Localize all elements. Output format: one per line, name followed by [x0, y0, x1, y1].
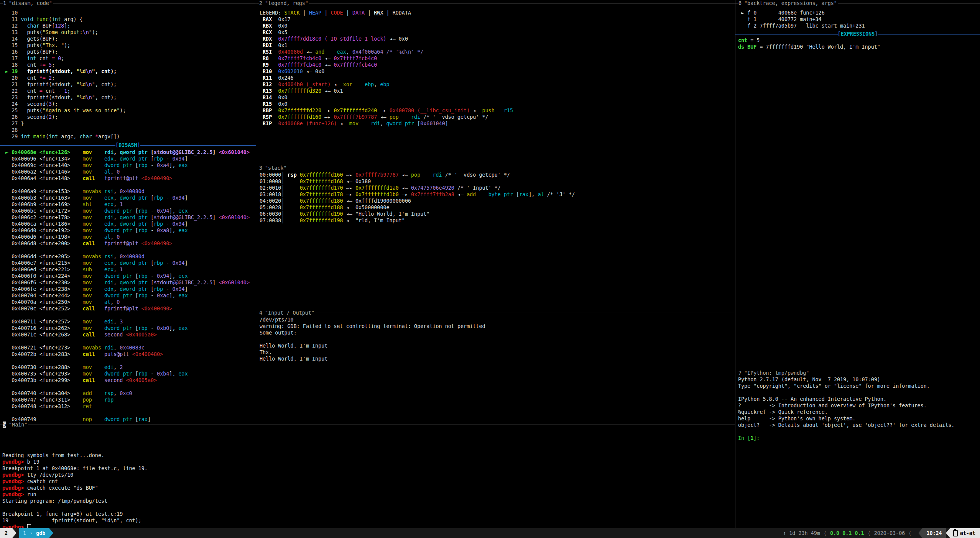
powerline-separator: [946, 528, 950, 538]
hostname: at-at: [960, 530, 975, 536]
backtrace-listing: ► f 0 40068e func+126 f 1 400772 main+34…: [738, 10, 865, 29]
tmux-terminal-screen: 1"disasm, code" 2"legend, regs" 6"backtr…: [0, 0, 980, 538]
divider-bracket: [: [838, 31, 841, 37]
battery-icon: [953, 530, 958, 536]
pane-title-disasm-code: 1"disasm, code": [0, 0, 256, 7]
load-average: 0.0 0.1 0.1: [830, 530, 864, 536]
hostname-segment: at-at: [950, 528, 980, 538]
pane-index: 2: [259, 0, 262, 7]
pane-title-text: "legend, regs": [265, 0, 308, 7]
vertical-pane-border-left[interactable]: [256, 0, 256, 422]
expressions-section-divider: [ EXPRESSIONS ]: [735, 31, 980, 37]
program-output: /dev/pts/10warning: GDB: Failed to set c…: [260, 317, 485, 362]
divider-label: EXPRESSIONS: [841, 31, 875, 37]
angle-separator-icon: ⟨: [905, 530, 915, 536]
vertical-pane-border-right[interactable]: [735, 0, 735, 528]
pane-title-text: "Input / Output": [265, 310, 314, 316]
session-number: 2: [5, 530, 8, 536]
pane-index: 3: [259, 165, 262, 171]
pane-title-legend-regs: 2"legend, regs": [256, 0, 735, 7]
pane-title-ipython: 7"IPython: tmp/pwndbg": [735, 370, 980, 376]
angle-separator-icon: ⟨: [864, 530, 874, 536]
divider-bracket: [: [115, 142, 118, 148]
angle-separator-icon: ⟨: [820, 530, 830, 536]
divider-bracket: ]: [875, 31, 878, 37]
status-right: ↑ 1d 23h 49m ⟨ 0.0 0.1 0.1 ⟨ 2020-03-06 …: [783, 528, 980, 538]
window-index: 1: [23, 530, 26, 536]
disassembly-listing: ► 0x40068e <func+126> mov rdi, qword ptr…: [2, 149, 250, 423]
gdb-console: Reading symbols from test...done.pwndbg>…: [2, 452, 148, 530]
divider-bracket: ]: [137, 142, 140, 148]
powerline-separator: [918, 528, 922, 538]
pane-index: 6: [738, 0, 742, 7]
pane-index: 1: [3, 0, 6, 7]
pane-title-text: "backtrace, expressions, args": [744, 0, 837, 7]
pane-title-text: "IPython: tmp/pwndbg": [744, 370, 809, 376]
uptime-indicator: ↑ 1d 23h 49m: [783, 530, 820, 536]
session-indicator[interactable]: 2: [0, 528, 12, 538]
date-display: 2020-03-06: [874, 530, 905, 536]
ipython-console: Python 2.7.17 (default, Nov 7 2019, 10:0…: [738, 376, 954, 441]
pane-title-text: "stack": [265, 165, 286, 171]
disasm-section-divider: [ DISASM ]: [0, 142, 256, 148]
window-item-gdb[interactable]: 1 › gdb: [19, 528, 49, 538]
window-name: gdb: [36, 530, 45, 536]
stack-listing: 00:0000│ rsp 0x7fffffffd160 —▸ 0x7ffff7b…: [260, 172, 575, 224]
source-code-listing: 10 11 void func(int arg) { 12 char BUF[1…: [2, 10, 126, 140]
pane-title-stack: 3"stack": [256, 165, 735, 171]
expressions-listing: cnt = 5ds BUF = 7fffffffd190 "Hello Worl…: [738, 37, 880, 50]
pane-title-text: "disasm, code": [9, 0, 52, 7]
window-separator-icon: ›: [30, 530, 33, 536]
pane-index: 4: [259, 310, 262, 316]
pane-title-backtrace: 6"backtrace, expressions, args": [735, 0, 980, 7]
powerline-separator: [49, 528, 53, 538]
pane-title-input-output: 4"Input / Output": [256, 310, 735, 316]
clock-display: 10:24: [922, 528, 945, 538]
powerline-separator: [12, 528, 16, 538]
tmux-status-bar: 2 1 › gdb ↑ 1d 23h 49m ⟨ 0.0 0.1 0.1 ⟨ 2…: [0, 528, 980, 538]
registers-listing: LEGEND: STACK | HEAP | CODE | DATA | RWX…: [260, 10, 513, 127]
pane-index: 7: [738, 370, 742, 376]
divider-label: DISASM: [118, 142, 137, 148]
